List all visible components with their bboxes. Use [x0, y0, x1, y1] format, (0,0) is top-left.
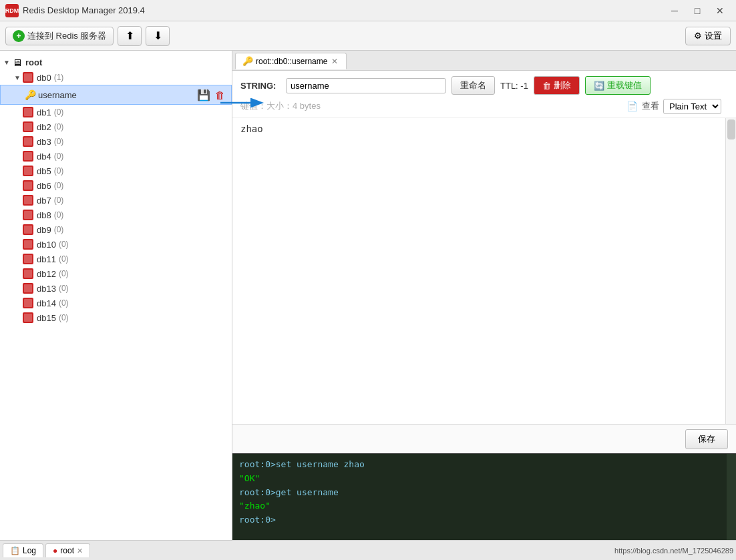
root-tab-label: root: [60, 546, 74, 555]
export-icon: ⬇: [154, 29, 162, 42]
settings-button[interactable]: ⚙ 设置: [685, 27, 731, 45]
console-line-3: root:0>get username: [239, 486, 729, 500]
app-icon: RDM: [5, 4, 19, 17]
delete-button[interactable]: 🗑 删除: [534, 76, 580, 95]
rename-button[interactable]: 重命名: [451, 76, 495, 95]
db6-label: db6: [37, 181, 51, 191]
view-format-select[interactable]: Plain Text JSON HEX: [663, 99, 721, 114]
root-label: root: [25, 57, 42, 67]
app-title: Redis Desktop Manager 2019.4: [23, 5, 145, 15]
sidebar: ▼ 🖥 root ▼ db0 (1) 🔑 username 💾 🗑: [0, 51, 232, 540]
settings-label: 设置: [705, 30, 722, 42]
type-label: STRING:: [240, 81, 281, 91]
db4-item[interactable]: ▶ db4 (0): [0, 149, 232, 164]
db1-item[interactable]: ▶ db1 (0): [0, 105, 232, 119]
console-area[interactable]: root:0>set username zhao "OK" root:0>get…: [232, 453, 736, 540]
db10-count: (0): [59, 240, 69, 249]
main-area: ▼ 🖥 root ▼ db0 (1) 🔑 username 💾 🗑: [0, 51, 736, 540]
key-action-1-button[interactable]: 💾: [196, 87, 211, 102]
import-icon: ⬆: [126, 29, 134, 42]
db10-item[interactable]: ▶ db10 (0): [0, 237, 232, 252]
key-action-2-button[interactable]: 🗑: [212, 87, 227, 102]
username-label: username: [38, 90, 77, 100]
tab-bar: 🔑 root::db0::username ✕: [232, 51, 736, 71]
db3-item[interactable]: ▶ db3 (0): [0, 134, 232, 149]
db13-item[interactable]: ▶ db13 (0): [0, 281, 232, 296]
key-icon: 🔑: [25, 89, 35, 100]
reload-label: 重载键值: [607, 79, 642, 91]
reload-button[interactable]: 🔄 重载键值: [585, 76, 651, 95]
db11-count: (0): [59, 254, 69, 264]
db6-item[interactable]: ▶ db6 (0): [0, 178, 232, 193]
key-name-input[interactable]: [286, 78, 446, 93]
console-scrollbar[interactable]: [727, 454, 736, 540]
save-button[interactable]: 保存: [685, 429, 728, 449]
tab-label: root::db0::username: [256, 57, 327, 66]
right-panel: 🔑 root::db0::username ✕ STRING: 重命名 TTL:…: [232, 51, 736, 540]
minimize-button[interactable]: ─: [664, 3, 685, 19]
value-textarea[interactable]: zhao: [232, 118, 725, 424]
root-tab[interactable]: ● root ✕: [45, 543, 90, 557]
import-button[interactable]: ⬆: [118, 26, 142, 46]
db7-item[interactable]: ▶ db7 (0): [0, 193, 232, 208]
export-button[interactable]: ⬇: [146, 26, 170, 46]
db8-label: db8: [37, 210, 51, 220]
log-tab[interactable]: 📋 Log: [3, 543, 43, 557]
db2-icon: [23, 121, 33, 132]
db8-icon: [23, 210, 33, 220]
save-bar: 保存: [232, 425, 736, 453]
db8-item[interactable]: ▶ db8 (0): [0, 208, 232, 222]
db0-triangle-icon: ▼: [13, 73, 21, 81]
db4-count: (0): [54, 152, 64, 161]
db3-count: (0): [54, 137, 64, 146]
server-icon: 🖥: [12, 57, 22, 68]
close-button[interactable]: ✕: [709, 3, 731, 19]
db5-label: db5: [37, 166, 51, 176]
delete-label: 删除: [554, 79, 571, 91]
db8-count: (0): [54, 210, 64, 220]
db14-icon: [23, 298, 33, 308]
db5-item[interactable]: ▶ db5 (0): [0, 164, 232, 178]
db15-icon: [23, 312, 33, 323]
db12-label: db12: [37, 269, 56, 279]
scrollbar-thumb: [727, 119, 735, 139]
db6-icon: [23, 180, 33, 191]
toolbar: + 连接到 Redis 服务器 ⬆ ⬇ ⚙ 设置: [0, 21, 736, 51]
console-line-1: root:0>set username zhao: [239, 458, 729, 472]
db10-label: db10: [37, 240, 56, 250]
log-icon: 📋: [10, 546, 20, 555]
root-node[interactable]: ▼ 🖥 root: [0, 55, 232, 70]
username-tab[interactable]: 🔑 root::db0::username ✕: [235, 53, 347, 69]
db11-item[interactable]: ▶ db11 (0): [0, 252, 232, 266]
console-line-5: root:0>: [239, 513, 729, 527]
root-triangle-icon: ▼: [3, 59, 11, 67]
db11-icon: [23, 254, 33, 264]
db3-label: db3: [37, 137, 51, 147]
db1-count: (0): [54, 107, 64, 117]
db0-item[interactable]: ▼ db0 (1): [0, 70, 232, 85]
db2-label: db2: [37, 122, 51, 132]
db15-item[interactable]: ▶ db15 (0): [0, 310, 232, 325]
connect-redis-button[interactable]: + 连接到 Redis 服务器: [5, 27, 114, 45]
db2-item[interactable]: ▶ db2 (0): [0, 119, 232, 134]
db7-label: db7: [37, 196, 51, 206]
db14-label: db14: [37, 298, 56, 308]
db9-label: db9: [37, 225, 51, 235]
db1-icon: [23, 107, 33, 117]
db2-count: (0): [54, 122, 64, 131]
root-tab-close-icon[interactable]: ✕: [77, 547, 83, 555]
db9-item[interactable]: ▶ db9 (0): [0, 222, 232, 237]
db-list: ▶ db1 (0) ▶ db2 (0) ▶ db3 (0) ▶ db4 (0) …: [0, 105, 232, 325]
connect-plus-icon: +: [13, 30, 25, 42]
key-detail-header: STRING: 重命名 TTL: -1 🗑 删除 🔄 重载键值 键值：大小：4 …: [232, 71, 736, 118]
value-area: zhao: [232, 118, 736, 425]
db14-item[interactable]: ▶ db14 (0): [0, 296, 232, 310]
restore-button[interactable]: □: [687, 3, 708, 19]
db12-item[interactable]: ▶ db12 (0): [0, 266, 232, 281]
value-scrollbar[interactable]: [725, 118, 736, 424]
username-key-item[interactable]: 🔑 username 💾 🗑: [0, 85, 232, 105]
db5-icon: [23, 166, 33, 176]
tab-close-icon[interactable]: ✕: [330, 57, 339, 66]
db9-count: (0): [54, 225, 64, 234]
view-icon: 📄: [626, 101, 638, 111]
